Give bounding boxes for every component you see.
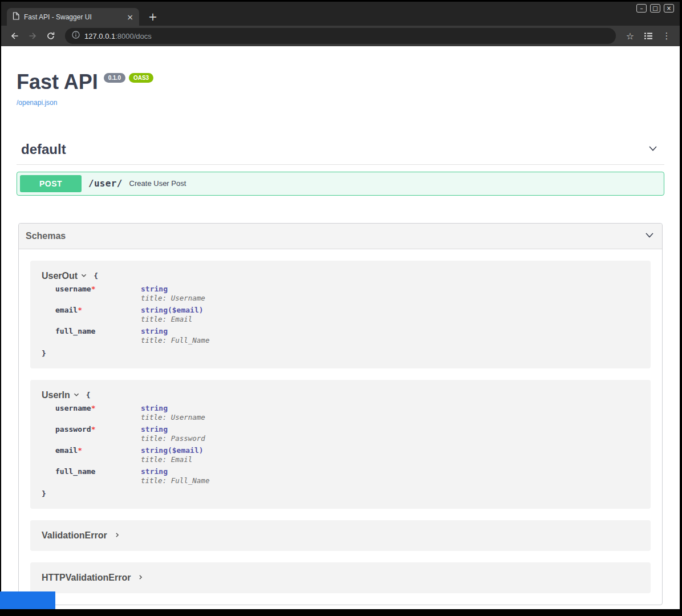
property-title: title: Username [141, 294, 205, 302]
schema-property: username* string title: Username [55, 404, 639, 422]
property-title: title: Full_Name [141, 336, 209, 345]
model-userout-toggle[interactable]: UserOut { [42, 271, 639, 281]
chevron-right-icon [114, 530, 120, 541]
method-badge-post: POST [20, 175, 82, 192]
property-name: password [55, 425, 91, 433]
model-httpvalidationerror[interactable]: HTTPValidationError [30, 562, 651, 593]
model-name: UserOut [42, 271, 78, 281]
address-bar[interactable]: 127.0.0.1:8000/docs [65, 28, 616, 44]
schema-property: email* string($email) title: Email [55, 446, 639, 464]
schema-property: password* string title: Password [55, 425, 639, 443]
model-name: ValidationError [42, 530, 107, 541]
required-star: * [91, 425, 96, 433]
schemas-header[interactable]: Schemas [19, 224, 662, 249]
required-star: * [78, 306, 82, 314]
schema-property: full_name string title: Full_Name [55, 467, 639, 485]
schema-property: email* string($email) title: Email [55, 306, 639, 323]
property-name: full_name [55, 327, 95, 335]
property-title: title: Email [141, 315, 204, 323]
model-userin: UserIn { username* string tit [30, 380, 651, 509]
browser-window: Fast API - Swagger UI × + – □ × [1, 0, 680, 609]
model-userin-toggle[interactable]: UserIn { [42, 390, 639, 400]
property-name: email [55, 446, 78, 455]
version-badge: 0.1.0 [104, 73, 125, 83]
property-title: title: Full_Name [141, 476, 209, 485]
url-text: 127.0.0.1:8000/docs [84, 32, 152, 40]
endpoint-path: /user/ [88, 178, 123, 189]
new-tab-button[interactable]: + [148, 11, 157, 22]
property-name: full_name [55, 467, 95, 476]
browser-toolbar: 127.0.0.1:8000/docs ☆ ⋮ [1, 26, 680, 46]
property-type: string [141, 404, 168, 412]
api-title: Fast API [17, 71, 98, 94]
tag-header-default[interactable]: default [17, 137, 664, 165]
required-star: * [78, 446, 82, 455]
browser-tab[interactable]: Fast API - Swagger UI × [7, 8, 139, 26]
api-badges: 0.1.0 OAS3 [104, 73, 153, 83]
chevron-down-icon [73, 390, 80, 400]
openapi-spec-link[interactable]: /openapi.json [17, 99, 57, 107]
property-type: string [141, 306, 168, 314]
brace-open: { [86, 391, 91, 399]
required-star: * [91, 285, 96, 293]
chevron-down-icon[interactable] [647, 143, 659, 156]
tab-title: Fast API - Swagger UI [24, 13, 122, 21]
bookmark-star-icon[interactable]: ☆ [622, 28, 639, 44]
property-format: ($email) [168, 446, 204, 455]
tag-section-default: default POST /user/ Create User Post [17, 137, 664, 196]
reading-list-icon[interactable] [640, 28, 657, 44]
tab-close-icon[interactable]: × [127, 13, 133, 21]
property-type: string [141, 425, 168, 433]
property-type: string [141, 285, 168, 293]
opblock-summary[interactable]: POST /user/ Create User Post [17, 172, 664, 195]
menu-kebab-icon[interactable]: ⋮ [658, 28, 675, 44]
property-type: string [141, 446, 168, 455]
property-name: email [55, 306, 78, 314]
model-userout: UserOut { username* string ti [30, 261, 651, 368]
page-favicon-icon [13, 12, 19, 22]
tag-name: default [21, 141, 66, 157]
back-icon[interactable] [6, 28, 23, 44]
chevron-down-icon [80, 271, 87, 281]
schemas-section: Schemas UserOut [18, 223, 663, 605]
schema-property: full_name string title: Full_Name [55, 327, 639, 345]
property-title: title: Username [141, 413, 205, 422]
api-info: Fast API 0.1.0 OAS3 [17, 71, 664, 94]
status-bubble [0, 591, 55, 609]
property-type: string [141, 467, 168, 476]
window-controls: – □ × [636, 4, 674, 13]
model-name: HTTPValidationError [42, 573, 131, 583]
tab-strip: Fast API - Swagger UI × + – □ × [1, 2, 680, 26]
schema-property: username* string title: Username [55, 285, 639, 302]
brace-close: } [42, 349, 46, 358]
model-properties: username* string title: Username passwor… [55, 404, 639, 485]
property-type: string [141, 327, 168, 335]
endpoint-summary: Create User Post [129, 179, 186, 188]
page-content: Fast API 0.1.0 OAS3 /openapi.json defaul… [1, 48, 680, 609]
property-title: title: Password [141, 434, 205, 443]
maximize-button[interactable]: □ [650, 4, 660, 13]
required-star: * [91, 404, 96, 412]
property-name: username [55, 285, 91, 293]
property-title: title: Email [141, 455, 204, 464]
brace-open: { [94, 271, 98, 280]
schemas-body: UserOut { username* string ti [19, 249, 662, 605]
close-button[interactable]: × [664, 4, 674, 13]
oas3-badge: OAS3 [129, 73, 153, 83]
property-name: username [55, 404, 91, 412]
chevron-right-icon [137, 573, 144, 583]
minimize-button[interactable]: – [636, 4, 647, 13]
model-validationerror[interactable]: ValidationError [30, 520, 651, 551]
opblock-post-user: POST /user/ Create User Post [17, 172, 664, 196]
schemas-title: Schemas [26, 231, 66, 241]
forward-icon[interactable] [24, 28, 41, 44]
brace-close: } [42, 489, 46, 498]
reload-icon[interactable] [42, 28, 59, 44]
model-name: UserIn [42, 390, 70, 400]
chevron-down-icon[interactable] [644, 229, 655, 243]
site-info-icon[interactable] [72, 31, 80, 41]
property-format: ($email) [168, 306, 204, 314]
model-properties: username* string title: Username email* … [55, 285, 639, 345]
